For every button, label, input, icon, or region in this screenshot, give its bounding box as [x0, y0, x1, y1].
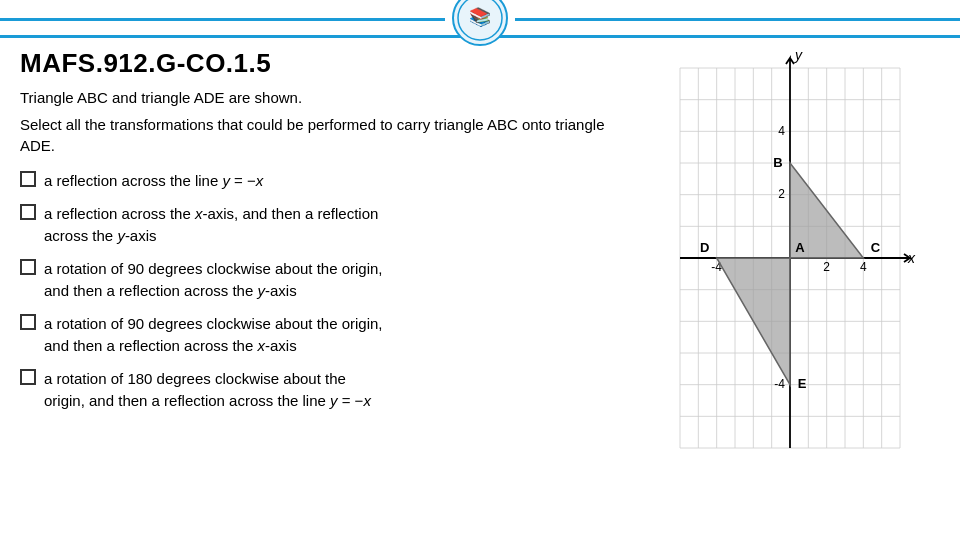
- page-title: MAFS.912.G-CO.1.5: [20, 48, 610, 79]
- choice-d[interactable]: a rotation of 90 degrees clockwise about…: [20, 313, 610, 358]
- logo: 📚: [452, 0, 508, 46]
- choice-a[interactable]: a reflection across the line y = −x: [20, 170, 610, 193]
- choice-e-text: a rotation of 180 degrees clockwise abou…: [44, 368, 371, 413]
- svg-text:📚: 📚: [469, 6, 492, 28]
- checkbox-b[interactable]: [20, 204, 36, 220]
- problem-instruction: Select all the transformations that coul…: [20, 114, 610, 156]
- header-line-right: [515, 18, 960, 21]
- problem-description: Triangle ABC and triangle ADE are shown.: [20, 87, 610, 108]
- checkbox-c[interactable]: [20, 259, 36, 275]
- main-content: MAFS.912.G-CO.1.5 Triangle ABC and trian…: [0, 38, 960, 491]
- choice-a-text: a reflection across the line y = −x: [44, 170, 263, 193]
- coordinate-graph: [630, 48, 930, 478]
- answer-choices: a reflection across the line y = −x a re…: [20, 170, 610, 413]
- choice-c[interactable]: a rotation of 90 degrees clockwise about…: [20, 258, 610, 303]
- choice-c-text: a rotation of 90 degrees clockwise about…: [44, 258, 383, 303]
- choice-b[interactable]: a reflection across the x-axis, and then…: [20, 203, 610, 248]
- choice-d-text: a rotation of 90 degrees clockwise about…: [44, 313, 383, 358]
- right-panel: [630, 48, 940, 481]
- checkbox-e[interactable]: [20, 369, 36, 385]
- choice-b-text: a reflection across the x-axis, and then…: [44, 203, 378, 248]
- header-line-left: [0, 18, 445, 21]
- header: 📚: [0, 0, 960, 38]
- checkbox-d[interactable]: [20, 314, 36, 330]
- choice-e[interactable]: a rotation of 180 degrees clockwise abou…: [20, 368, 610, 413]
- left-panel: MAFS.912.G-CO.1.5 Triangle ABC and trian…: [20, 48, 610, 481]
- checkbox-a[interactable]: [20, 171, 36, 187]
